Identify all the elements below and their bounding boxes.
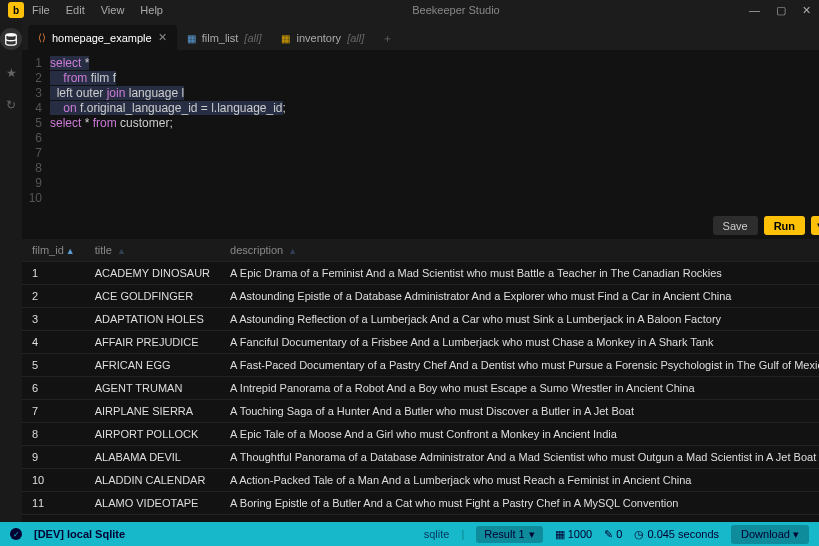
engine-label: sqlite (424, 528, 450, 540)
run-dropdown[interactable]: ▾ (811, 216, 819, 235)
column-title[interactable]: title ▲ (85, 239, 220, 262)
history-icon[interactable]: ↻ (2, 96, 20, 114)
sort-icon: ▲ (117, 246, 126, 256)
table-row[interactable]: 1ACADEMY DINOSAURA Epic Drama of a Femin… (22, 262, 819, 285)
table-row[interactable]: 7AIRPLANE SIERRAA Touching Saga of a Hun… (22, 400, 819, 423)
window-controls: — ▢ ✕ (749, 4, 811, 17)
tab-homepage_example[interactable]: ⟨⟩homepage_example✕ (28, 25, 177, 50)
table-row[interactable]: 6AGENT TRUMANA Intrepid Panorama of a Ro… (22, 377, 819, 400)
main-menu: FileEditViewHelp (32, 4, 163, 16)
close-icon[interactable]: ✕ (802, 4, 811, 17)
menu-help[interactable]: Help (140, 4, 163, 16)
download-button[interactable]: Download ▾ (731, 525, 809, 544)
changed-count: ✎ 0 (604, 528, 622, 541)
table-row[interactable]: 4AFFAIR PREJUDICEA Fanciful Documentary … (22, 331, 819, 354)
line-number: 6 (22, 131, 50, 146)
menu-edit[interactable]: Edit (66, 4, 85, 16)
database-icon[interactable] (0, 28, 22, 50)
sql-editor[interactable]: 1select *2 from film f3 left outer join … (22, 50, 819, 212)
sort-icon: ▲ (288, 246, 297, 256)
minimize-icon[interactable]: — (749, 4, 760, 17)
results-grid[interactable]: film_id▲title ▲description ▲ 1ACADEMY DI… (22, 239, 819, 529)
table-row[interactable]: 2ACE GOLDFINGERA Astounding Epistle of a… (22, 285, 819, 308)
column-description[interactable]: description ▲ (220, 239, 819, 262)
table-blue-icon: ▦ (187, 33, 196, 44)
table-row[interactable]: 8AIRPORT POLLOCKA Epic Tale of a Moose A… (22, 423, 819, 446)
run-button[interactable]: Run (764, 216, 805, 235)
table-row[interactable]: 10ALADDIN CALENDARA Action-Packed Tale o… (22, 469, 819, 492)
tab-film_list[interactable]: ▦film_list[all] (177, 26, 272, 50)
menu-view[interactable]: View (101, 4, 125, 16)
app-logo: b (8, 2, 24, 18)
table-yel-icon: ▦ (281, 33, 290, 44)
status-bar: ✓ [DEV] local Sqlite sqlite | Result 1 ▾… (0, 522, 819, 546)
timing: ◷ 0.045 seconds (634, 528, 719, 541)
line-number: 2 (22, 71, 50, 86)
code-icon: ⟨⟩ (38, 32, 46, 43)
editor-actions: Save Run ▾ (22, 212, 819, 239)
svg-point-0 (6, 33, 17, 37)
new-tab-button[interactable]: ＋ (374, 27, 401, 50)
maximize-icon[interactable]: ▢ (776, 4, 786, 17)
line-number: 7 (22, 146, 50, 161)
window-title: Beekeeper Studio (163, 4, 749, 16)
row-count: ▦ 1000 (555, 528, 593, 541)
star-icon[interactable]: ★ (2, 64, 20, 82)
table-row[interactable]: 3ADAPTATION HOLESA Astounding Reflection… (22, 308, 819, 331)
close-tab-icon[interactable]: ✕ (158, 31, 167, 44)
line-number: 4 (22, 101, 50, 116)
result-chip[interactable]: Result 1 ▾ (476, 526, 542, 543)
sort-asc-icon: ▲ (66, 246, 75, 256)
connection-name: [DEV] local Sqlite (34, 528, 125, 540)
line-number: 9 (22, 176, 50, 191)
table-row[interactable]: 9ALABAMA DEVILA Thoughtful Panorama of a… (22, 446, 819, 469)
table-row[interactable]: 5AFRICAN EGGA Fast-Paced Documentary of … (22, 354, 819, 377)
activity-bar: ★ ↻ (0, 20, 22, 529)
status-ok-icon: ✓ (10, 528, 22, 540)
save-button[interactable]: Save (713, 216, 758, 235)
line-number: 3 (22, 86, 50, 101)
line-number: 8 (22, 161, 50, 176)
line-number: 1 (22, 56, 50, 71)
content-area: ⟨⟩homepage_example✕▦film_list[all]▦inven… (22, 20, 819, 529)
column-film_id[interactable]: film_id▲ (22, 239, 85, 262)
titlebar: b FileEditViewHelp Beekeeper Studio — ▢ … (0, 0, 819, 20)
line-number: 10 (22, 191, 50, 206)
table-row[interactable]: 11ALAMO VIDEOTAPEA Boring Epistle of a B… (22, 492, 819, 515)
editor-tabs: ⟨⟩homepage_example✕▦film_list[all]▦inven… (22, 20, 819, 50)
line-number: 5 (22, 116, 50, 131)
tab-inventory[interactable]: ▦inventory[all] (271, 26, 374, 50)
menu-file[interactable]: File (32, 4, 50, 16)
